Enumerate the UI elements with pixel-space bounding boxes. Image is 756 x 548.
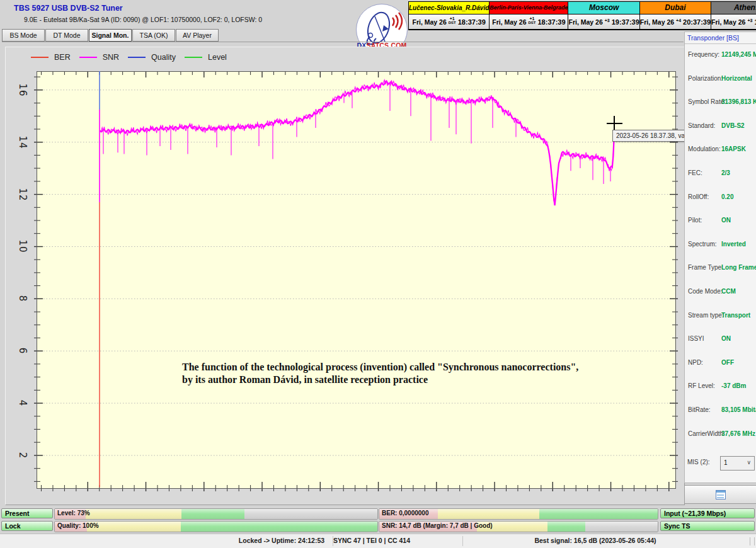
sidebar-row-label: Frame Type: <box>688 264 723 271</box>
lock-badge: Lock <box>1 521 53 531</box>
tab-dt-mode[interactable]: DT Mode <box>45 29 88 42</box>
statusbar-divider <box>462 536 463 546</box>
mis-label: MIS (2): <box>687 459 710 465</box>
sidebar-row-value: Horizontal <box>721 75 752 82</box>
mis-selected-value: 1 <box>724 459 728 466</box>
sidebar-row-value: Inverted <box>721 241 746 248</box>
clock-athens: Athens Fri, May 26 +3 19:37:39 <box>711 2 756 30</box>
tab-bs-mode[interactable]: BS Mode <box>2 29 45 42</box>
sidebar-row-label: RF Level: <box>688 382 715 389</box>
meter-gloss <box>55 522 377 532</box>
clock-lucenec: Lučenec-Slovakia_R.Dávid Fri, May 26 +1D… <box>409 2 490 30</box>
clock-time: Fri, May 26 +3 19:37:39 <box>711 14 756 29</box>
clock-utc-offset: +3 <box>747 19 752 23</box>
snr-meter: SNR: 14,7 dB (Margin: 7,7 dB | Good) <box>379 521 658 532</box>
sidebar-row: Code Mode:CCM <box>685 288 756 297</box>
y-tick-label: 14 <box>12 133 28 152</box>
tab-av-player[interactable]: AV Player <box>176 29 219 42</box>
clock-utc-offset: +4 <box>676 19 681 23</box>
sidebar-row: Stream type:Transport <box>685 312 756 321</box>
clock-time-value: 19:37:39 <box>612 18 639 26</box>
legend-item-ber: BER <box>31 53 71 62</box>
snr-plot-area[interactable] <box>37 71 676 489</box>
sidebar-row-value: OFF <box>721 359 734 366</box>
sync-ts-button[interactable]: Sync TS <box>660 521 755 531</box>
tuner-subtitle: 9.0E - Eutelsat 9B/Ka-Sat 9A (ID: 0090) … <box>24 16 262 23</box>
sidebar-row-value: Long Frame <box>721 264 756 271</box>
sidebar-row-label: Modulation: <box>688 146 721 152</box>
y-tick-label: 16 <box>12 81 28 100</box>
sidebar-row-value: 37,676 MHz <box>721 430 755 437</box>
sidebar-row-label: BitRate: <box>688 406 711 413</box>
y-tick-label: 2 <box>12 446 28 465</box>
sidebar-row-value: ON <box>721 335 731 342</box>
signal-chart-panel: BER SNR Quality Level 246810121416 The f… <box>5 47 685 505</box>
sidebar-row: RollOff:0.20 <box>685 193 756 202</box>
meter-label: BER: 0,0000000 <box>382 510 429 517</box>
sidebar-row-label: Standard: <box>688 122 715 129</box>
clock-berlin: Berlin-Paris-Vienna-Belgrade Fri, May 26… <box>490 2 568 30</box>
sidebar-row: Pilot:ON <box>685 217 756 225</box>
sidebar-row: Standard:DVB-S2 <box>685 122 756 131</box>
ts-window-button[interactable] <box>684 485 756 504</box>
sidebar-row: RF Level:-37 dBm <box>685 382 756 391</box>
sidebar-row-value: CCM <box>721 288 736 295</box>
sidebar-row-value: -37 dBm <box>721 382 746 389</box>
sidebar-row-value: ON <box>721 217 731 224</box>
chart-annotation: The function of the technological proces… <box>182 361 648 386</box>
sidebar-row-value: 31396,813 KS/s <box>721 98 756 105</box>
clock-dubai: Dubai Fri, May 26 +4 20:37:39 <box>640 2 711 30</box>
sidebar-row-label: Stream type: <box>688 312 724 319</box>
clock-city-label: Lučenec-Slovakia_R.Dávid <box>409 2 489 14</box>
sidebar-row-label: Pilot: <box>688 217 702 224</box>
legend-label: Quality <box>151 53 176 62</box>
sidebar-row: BitRate:83,105 Mbit/s <box>685 406 756 415</box>
sidebar-row-value: Transport <box>721 312 750 319</box>
ber-line-swatch <box>31 57 49 58</box>
clock-city-label: Athens <box>711 2 756 14</box>
sidebar-row-label: Frequency: <box>688 51 719 58</box>
input-bitrate-button[interactable]: Input (~21,39 Mbps) <box>660 508 755 518</box>
clock-time: Fri, May 26 +3 19:37:39 <box>568 14 639 29</box>
resize-grip[interactable] <box>750 537 755 545</box>
y-tick-label: 12 <box>12 185 28 204</box>
transponder-sidebar: Transponder [BS] Frequency:12149,245 MHz… <box>684 31 756 483</box>
app-title: TBS 5927 USB DVB-S2 Tuner <box>14 4 123 13</box>
meter-label: Level: 73% <box>57 510 90 517</box>
clock-time: Fri, May 26 +1DST 18:37:39 <box>409 14 489 29</box>
sidebar-row: Polarization:Horizontal <box>685 75 756 84</box>
legend-label: Level <box>208 53 227 62</box>
sidebar-row: Modulation:16APSK <box>685 146 756 154</box>
sidebar-row-value: 2/3 <box>721 169 730 176</box>
y-tick-label: 10 <box>12 237 28 256</box>
sidebar-row-label: Symbol Rate: <box>688 98 726 105</box>
tab-tsa[interactable]: TSA (OK) <box>132 29 175 42</box>
legend-label: SNR <box>103 53 119 62</box>
chart-legend: BER SNR Quality Level <box>31 51 227 64</box>
clock-time: Fri, May 26 +4 20:37:39 <box>640 14 711 29</box>
clock-utc-offset: +1DST <box>529 17 536 25</box>
clock-time-value: 18:37:39 <box>538 18 566 26</box>
mis-row: MIS (2): 1∨ <box>684 455 755 471</box>
status-bar: Locked -> Uptime: 24:12:53 SYNC 47 | TEI… <box>0 534 756 548</box>
sidebar-divider <box>685 43 756 44</box>
statusbar-divider <box>333 536 333 546</box>
sidebar-row-value: DVB-S2 <box>721 122 745 129</box>
legend-item-quality: Quality <box>128 53 176 62</box>
form-window-icon <box>716 490 726 499</box>
sidebar-row-label: Code Mode: <box>688 288 722 295</box>
legend-label: BER <box>54 53 71 62</box>
mis-dropdown[interactable]: 1∨ <box>720 456 755 471</box>
best-signal-status: Best signal: 16,5 dB (2023-05-26 05:44) <box>520 537 671 544</box>
tab-signal-mon[interactable]: Signal Mon. <box>89 29 132 42</box>
clock-time-value: 18:37:39 <box>458 18 486 26</box>
clock-date: Fri, May 26 <box>711 18 745 26</box>
clock-moscow: Moscow Fri, May 26 +3 19:37:39 <box>568 2 639 30</box>
annotation-line1: The function of the technological proces… <box>182 361 648 374</box>
sidebar-row: NPD:OFF <box>685 359 756 368</box>
sidebar-row-label: Spectrum: <box>688 241 717 248</box>
quality-line-swatch <box>128 57 146 58</box>
sidebar-row-label: CarrierWidth: <box>688 430 725 437</box>
snr-line-swatch <box>79 57 97 58</box>
clock-utc-offset: +1DST <box>449 17 456 25</box>
